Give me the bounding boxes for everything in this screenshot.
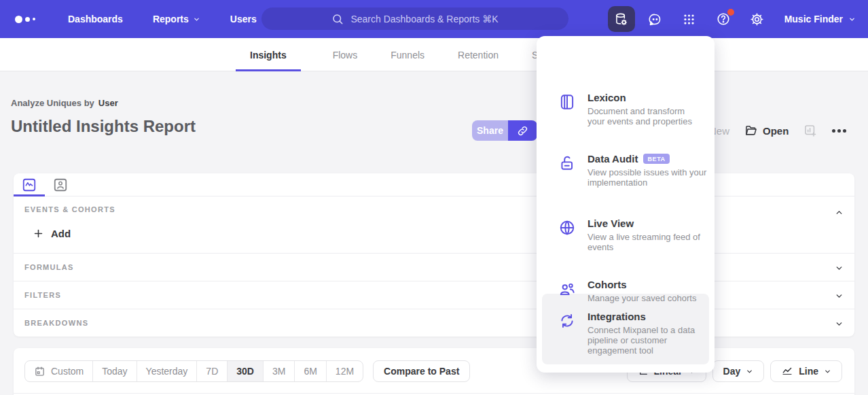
data-management-menu: Lexicon Document and transform your even… <box>537 36 715 373</box>
compare-to-past-button[interactable]: Compare to Past <box>373 360 470 382</box>
range-custom[interactable]: Custom <box>25 361 93 381</box>
chart-type-select[interactable]: Line <box>770 360 842 382</box>
open-report-button[interactable]: Open <box>744 124 789 137</box>
active-tab-underline <box>14 194 45 196</box>
menu-item-cohorts[interactable]: Cohorts Manage your saved cohorts <box>537 279 715 303</box>
nav-users[interactable]: Users <box>230 14 257 24</box>
expand-breakdowns-icon[interactable] <box>835 320 844 328</box>
apps-grid-icon[interactable] <box>676 6 703 32</box>
link-icon <box>517 125 528 137</box>
tab-retention[interactable]: Retention <box>456 38 500 71</box>
chevron-down-icon <box>193 16 200 23</box>
filters-label: FILTERS <box>24 291 61 299</box>
help-icon[interactable] <box>710 6 737 32</box>
chart-panel: Custom Today Yesterday 7D 30D 3M 6M 12M … <box>14 348 854 395</box>
share-group: Share <box>472 120 537 141</box>
search-input[interactable]: Search Dashboards & Reports ⌘K <box>261 7 568 30</box>
users-tab-icon[interactable] <box>52 176 69 194</box>
analysis-subtitle: Analyze Uniques byUser <box>11 98 118 108</box>
calendar-icon <box>34 366 46 377</box>
expand-formulas-icon[interactable] <box>835 264 844 273</box>
app-root: Dashboards Reports Users Search Dashboar… <box>0 0 868 395</box>
formulas-label: FORMULAS <box>24 263 74 271</box>
globe-icon <box>558 219 576 237</box>
add-event-button[interactable]: Add <box>33 228 71 239</box>
top-nav: Dashboards Reports Users Search Dashboar… <box>0 0 868 38</box>
plus-icon <box>33 228 44 239</box>
nav-links: Dashboards Reports Users <box>68 14 257 24</box>
sync-icon <box>558 312 576 330</box>
range-6m-label: 6M <box>304 366 317 377</box>
data-management-icon[interactable] <box>608 6 635 32</box>
range-3m-label: 3M <box>272 366 285 377</box>
range-custom-label: Custom <box>51 366 84 377</box>
more-options-icon[interactable] <box>832 129 846 133</box>
settings-icon[interactable] <box>744 6 771 32</box>
project-switcher[interactable]: Music Finder <box>784 14 856 24</box>
project-name: Music Finder <box>784 14 843 24</box>
chevron-down-icon <box>824 368 831 375</box>
menu-item-desc: Manage your saved cohorts <box>587 293 730 303</box>
tab-insights[interactable]: Insights <box>236 38 301 71</box>
expand-filters-icon[interactable] <box>835 292 844 300</box>
header-actions: New Open <box>694 120 846 141</box>
range-7d[interactable]: 7D <box>197 361 228 381</box>
notification-badge <box>727 9 734 16</box>
breakdowns-section[interactable]: BREAKDOWNS <box>14 309 854 337</box>
metrics-tab-icon[interactable] <box>20 176 38 194</box>
formulas-section[interactable]: FORMULAS <box>14 253 854 281</box>
date-range-toolbar: Custom Today Yesterday 7D 30D 3M 6M 12M … <box>24 360 470 382</box>
menu-item-data-audit[interactable]: Data AuditBETA View possible issues with… <box>537 153 715 188</box>
range-3m[interactable]: 3M <box>264 361 295 381</box>
padlock-icon <box>558 154 576 172</box>
interval-label: Day <box>723 366 741 377</box>
menu-item-title: Live View <box>587 218 634 229</box>
range-today-label: Today <box>102 366 127 377</box>
range-12m-label: 12M <box>336 366 354 377</box>
subtitle-value[interactable]: User <box>98 98 118 108</box>
menu-item-desc: Document and transform your events and p… <box>587 106 696 126</box>
add-to-dashboard-icon[interactable] <box>803 124 817 137</box>
report-tabbar: Insights Flows Funnels Retention Signal … <box>0 38 868 71</box>
breakdowns-label: BREAKDOWNS <box>24 319 88 327</box>
chevron-down-icon <box>746 368 753 375</box>
search-icon <box>331 13 344 25</box>
menu-item-title: Cohorts <box>587 279 627 290</box>
chevron-down-icon <box>848 16 856 23</box>
range-6m[interactable]: 6M <box>295 361 326 381</box>
nav-reports-label: Reports <box>153 14 189 24</box>
folder-icon <box>744 124 758 137</box>
page-title[interactable]: Untitled Insights Report <box>11 117 196 136</box>
query-panel-tabs <box>14 173 854 196</box>
mixpanel-logo-icon[interactable] <box>15 16 42 23</box>
add-label: Add <box>51 228 71 239</box>
nav-dashboards[interactable]: Dashboards <box>68 14 123 24</box>
copy-link-button[interactable] <box>508 120 537 141</box>
menu-item-lexicon[interactable]: Lexicon Document and transform your even… <box>537 92 715 126</box>
interval-select[interactable]: Day <box>712 360 765 382</box>
menu-item-desc: View possible issues with your implement… <box>587 167 721 188</box>
tab-flows[interactable]: Flows <box>331 38 359 71</box>
range-30d[interactable]: 30D <box>228 361 264 381</box>
menu-item-integrations[interactable]: Integrations Connect Mixpanel to a data … <box>537 311 715 356</box>
toolbar-divider <box>14 393 854 394</box>
menu-item-title: Lexicon <box>587 92 626 103</box>
share-button[interactable]: Share <box>472 120 508 141</box>
events-cohorts-label: EVENTS & COHORTS <box>24 205 115 213</box>
nav-right-cluster: Music Finder <box>608 0 856 38</box>
chart-type-label: Line <box>799 366 818 377</box>
range-yesterday[interactable]: Yesterday <box>137 361 198 381</box>
open-label: Open <box>763 125 789 137</box>
beta-badge: BETA <box>643 154 669 164</box>
search-placeholder: Search Dashboards & Reports ⌘K <box>350 14 498 24</box>
nav-reports[interactable]: Reports <box>153 14 200 24</box>
collapse-events-icon[interactable] <box>835 208 844 217</box>
query-builder-panel: EVENTS & COHORTS Add FORMULAS FILTERS BR… <box>14 173 854 337</box>
menu-item-desc: Connect Mixpanel to a data pipeline or c… <box>587 325 711 356</box>
menu-item-title: Data Audit <box>587 153 638 165</box>
messages-icon[interactable] <box>642 6 669 32</box>
menu-item-live-view[interactable]: Live View View a live streaming feed of … <box>537 218 715 252</box>
tab-funnels[interactable]: Funnels <box>389 38 426 71</box>
range-today[interactable]: Today <box>93 361 137 381</box>
range-12m[interactable]: 12M <box>327 361 363 381</box>
